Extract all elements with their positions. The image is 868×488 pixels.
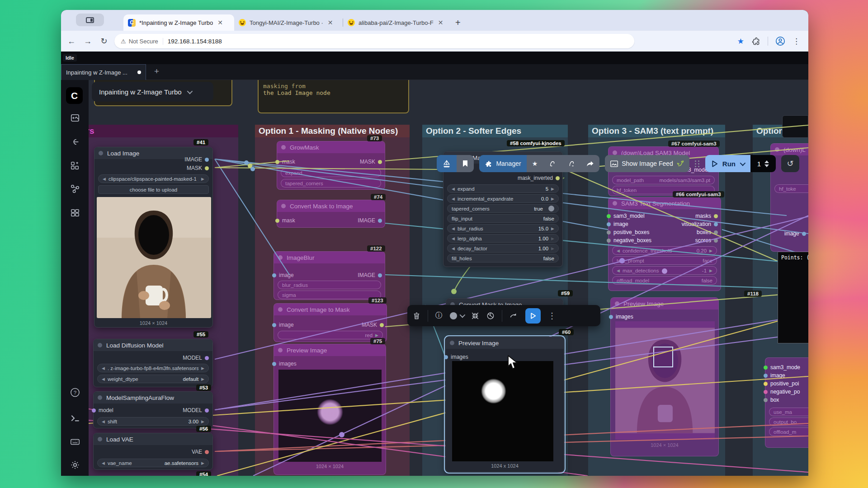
color-picker-button[interactable]: [450, 312, 464, 319]
node-preview-60[interactable]: Preview Image images 1024 x 1024: [445, 337, 564, 472]
output-dot[interactable]: [714, 222, 718, 226]
input-dot[interactable]: [607, 222, 611, 226]
input-dot[interactable]: [764, 398, 768, 402]
browser-tab-active[interactable]: C *Inpainting w Z-Image Turbo ✕: [123, 14, 234, 31]
confidence-threshold-widget[interactable]: ◀confidence_threshold0.20▶: [612, 246, 717, 255]
input-dot[interactable]: [275, 160, 279, 164]
back-button[interactable]: ←: [66, 37, 77, 46]
output-dot[interactable]: [802, 232, 806, 236]
output-dot[interactable]: [378, 160, 382, 164]
hook-button-b[interactable]: [562, 155, 581, 172]
clipped-node-topright[interactable]: [782, 115, 808, 138]
output-dot[interactable]: [714, 239, 718, 243]
manager-button[interactable]: Manager: [479, 155, 526, 172]
incremental-expandrate-widget[interactable]: ◀incremental_expandrate0.0▶: [447, 194, 559, 203]
faded-widget[interactable]: offload_m: [769, 427, 808, 436]
hf-token-widget[interactable]: hf_toke: [774, 184, 808, 193]
workflows-icon[interactable]: [70, 137, 80, 147]
nodes-map-button[interactable]: [437, 155, 457, 172]
terminal-icon[interactable]: [70, 413, 80, 423]
tapered-corners-widget[interactable]: tapered_cornerstrue: [447, 204, 559, 213]
step-up-icon[interactable]: [764, 160, 769, 163]
node-growmask-bypassed[interactable]: GrowMask mask MASK expand tapered_corner…: [277, 141, 385, 190]
collapse-dot[interactable]: [99, 151, 103, 155]
vae-name-widget[interactable]: ◀vae_nameae.safetensors▶: [97, 459, 209, 467]
node-preview-75-bypassed[interactable]: Preview Image images 1024 × 1024: [274, 344, 386, 475]
upload-button[interactable]: choose file to upload: [98, 185, 209, 194]
input-dot[interactable]: [607, 239, 611, 243]
new-workflow-button[interactable]: +: [154, 66, 159, 76]
output-vae[interactable]: VAE: [192, 449, 209, 455]
loaded-image-preview[interactable]: [97, 197, 211, 318]
favorites-button[interactable]: ★: [527, 155, 543, 172]
blur-radius-widget[interactable]: blur_radius: [278, 281, 381, 289]
model-library-icon[interactable]: [70, 184, 80, 194]
more-options-button[interactable]: ⋮: [548, 311, 556, 321]
expand-widget[interactable]: ◀expand5▶: [447, 184, 559, 193]
input-dot[interactable]: [764, 366, 768, 370]
input-dot[interactable]: [609, 315, 613, 319]
output-image[interactable]: IMAGE: [184, 156, 209, 163]
output-model[interactable]: MODEL: [183, 355, 209, 361]
collapse-button[interactable]: [471, 312, 479, 320]
bookmark-star-icon[interactable]: ★: [737, 37, 744, 46]
menubar-drag-handle[interactable]: [695, 160, 700, 167]
output-dot[interactable]: [205, 158, 209, 162]
help-icon[interactable]: ?: [70, 387, 80, 398]
reload-button[interactable]: ↻: [98, 36, 110, 46]
group-loaders-title[interactable]: ers: [89, 125, 238, 137]
profile-avatar[interactable]: [775, 36, 785, 46]
workflow-tab[interactable]: Inpainting w Z-Image ...: [61, 64, 146, 80]
node-imageblur-bypassed[interactable]: ImageBlur image IMAGE blur_radius sigma: [274, 251, 385, 300]
history-button[interactable]: ↺: [781, 155, 799, 172]
workflow-name-dropdown[interactable]: Inpainting w Z-Image Turbo: [92, 82, 213, 102]
bookmark-button[interactable]: [457, 155, 474, 172]
node-convert-mask-74-bypassed[interactable]: Convert Mask to Image mask IMAGE: [277, 200, 385, 228]
node-sam3-text-segmentation-bypassed[interactable]: SAM3 Text Segmentation sam3_model image …: [608, 197, 721, 291]
new-tab-button[interactable]: +: [455, 18, 461, 28]
input-model[interactable]: model: [92, 407, 113, 413]
output-mask[interactable]: MASK: [187, 165, 209, 171]
node-library-icon[interactable]: [70, 160, 80, 170]
output-dot[interactable]: [380, 323, 384, 327]
max-detections-widget[interactable]: ◀max_detections-1▶: [612, 266, 717, 275]
node-preview-118-bypassed[interactable]: Preview Image images 1024 × 102: [610, 297, 719, 456]
output-dot[interactable]: [205, 450, 209, 454]
node-model-sampling-auraflow[interactable]: ModelSamplingAuraFlow model MODEL ◀shift…: [93, 391, 213, 428]
templates-icon[interactable]: [70, 208, 80, 218]
comfyui-logo[interactable]: C: [66, 87, 83, 104]
node-convert-image-123-bypassed[interactable]: Convert Image to Mask image MASK red▶: [274, 303, 387, 342]
node-load-vae[interactable]: Load VAE VAE ◀vae_nameae.safetensors▶: [93, 433, 213, 470]
weight-dtype-widget[interactable]: ◀weight_dtypedefault▶: [97, 375, 209, 383]
blur-radius-widget[interactable]: ◀blur_radius15.0▶: [447, 224, 559, 233]
note-node-center[interactable]: masking from the Load Image node: [258, 80, 409, 113]
input-dot[interactable]: [444, 355, 448, 359]
input-dot[interactable]: [272, 273, 276, 277]
input-dot[interactable]: [275, 219, 279, 223]
faded-widget[interactable]: use_ma: [769, 408, 808, 416]
model-path-widget[interactable]: model_pathmodels/sam3/sam3.pt: [612, 176, 715, 184]
group-option3-title[interactable]: Option 3 - SAM3 (text prompt): [588, 125, 725, 137]
redo-button[interactable]: [509, 312, 518, 319]
tab-close-icon[interactable]: ✕: [217, 19, 224, 26]
flip-input-widget[interactable]: flip_inputfalse: [447, 214, 559, 223]
tab-close-icon[interactable]: ✕: [327, 19, 334, 26]
pin-pie-button[interactable]: [486, 312, 495, 320]
graph-canvas[interactable]: ers Option 1 - Masking (Native Nodes) Op…: [89, 80, 808, 476]
faded-widget[interactable]: output_bo: [769, 418, 808, 426]
assets-icon[interactable]: [70, 113, 80, 123]
decay-factor-widget[interactable]: ◀decay_factor1.00▶: [447, 244, 559, 253]
address-bar[interactable]: ⚠ Not Secure 192.168.1.154:8188: [114, 34, 634, 48]
info-button[interactable]: ⓘ: [435, 311, 443, 320]
expand-widget[interactable]: expand: [281, 169, 381, 177]
tab-close-icon[interactable]: ✕: [437, 19, 444, 26]
hook-button-a[interactable]: [543, 155, 562, 172]
output-dot[interactable]: [714, 214, 718, 218]
output-dot[interactable]: [205, 166, 209, 170]
input-dot[interactable]: [764, 382, 768, 386]
input-dot[interactable]: [272, 362, 276, 366]
fill-holes-widget[interactable]: fill_holesfalse: [447, 254, 559, 263]
run-button[interactable]: Run: [705, 155, 750, 172]
group-option1-title[interactable]: Option 1 - Masking (Native Nodes): [255, 125, 410, 137]
node-points[interactable]: Points: (: [778, 252, 808, 343]
